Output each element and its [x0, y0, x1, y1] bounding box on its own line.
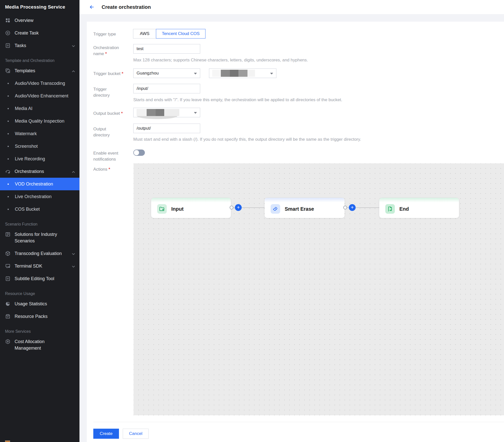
grid-icon: [5, 18, 11, 23]
sidebar-item-transcoding-evaluation[interactable]: Transcoding Evaluation: [0, 247, 79, 260]
output-directory-label: Output directory: [93, 126, 123, 138]
add-action-button[interactable]: [349, 204, 356, 211]
node-label: End: [399, 206, 409, 212]
chevron-up-icon: [71, 68, 75, 72]
eraser-icon: [271, 204, 280, 214]
sidebar-item-label: Templates: [15, 67, 69, 74]
sidebar-item-label: Cost Allocation Management: [15, 338, 69, 351]
pie-icon: [5, 301, 11, 307]
solutions-icon: [5, 232, 11, 237]
sidebar-item-label: COS Bucket: [15, 206, 69, 212]
sidebar-item-label: Media Quality Inspection: [15, 118, 69, 124]
sidebar-item-label: Create Task: [15, 30, 69, 36]
node-input[interactable]: Input: [151, 198, 231, 218]
folder-plus-icon: [157, 204, 167, 214]
chevron-down-icon: [71, 251, 75, 255]
node-header-strip: [151, 198, 231, 202]
output-port[interactable]: [343, 206, 347, 209]
sidebar-item-label: Transcoding Evaluation: [15, 250, 69, 257]
sidebar-item-terminal-sdk[interactable]: Terminal SDK: [0, 260, 79, 272]
orchestration-icon: [5, 169, 11, 174]
subtitle-icon: [5, 276, 11, 281]
trigger-bucket-name-select[interactable]: [209, 68, 276, 78]
bottom-cutoff-icon: [5, 440, 10, 442]
create-button[interactable]: Create: [93, 429, 119, 439]
sidebar-item-solutions-for-industry-scenarios[interactable]: Solutions for Industry Scenarios: [0, 228, 79, 247]
trigger-directory-label: Trigger directory: [93, 86, 123, 98]
sidebar-section-scenario-function: Scenario Function: [0, 215, 79, 228]
cancel-button[interactable]: Cancel: [123, 429, 149, 439]
sidebar-item-resource-packs[interactable]: Resource Packs: [0, 310, 79, 323]
tab-tencent-cloud-cos[interactable]: Tencent Cloud COS: [156, 29, 205, 39]
output-port[interactable]: [230, 206, 233, 209]
bullet-dot: [8, 209, 9, 210]
sidebar-item-label: Usage Statistics: [15, 301, 69, 307]
output-directory-helper: Must start and end with a slash (/). If …: [133, 137, 361, 142]
enable-event-notifications-label: Enable event notifications: [93, 150, 121, 162]
plus-circle-icon: [5, 30, 11, 36]
sidebar-item-overview[interactable]: Overview: [0, 14, 79, 27]
add-action-button[interactable]: [235, 204, 242, 211]
sidebar-item-label: Resource Packs: [15, 313, 69, 320]
trigger-type-label: Trigger type: [93, 31, 123, 37]
sidebar-item-cos-bucket[interactable]: COS Bucket: [0, 203, 79, 215]
output-directory-input[interactable]: [133, 124, 200, 133]
sidebar-item-cost-allocation-management[interactable]: Cost Allocation Management: [0, 335, 79, 354]
sidebar-item-live-recording[interactable]: Live Recording: [0, 153, 79, 165]
sidebar-item-usage-statistics[interactable]: Usage Statistics: [0, 298, 79, 310]
chevron-down-icon: [270, 73, 273, 75]
chevron-up-icon: [71, 169, 75, 173]
chevron-down-icon: [194, 73, 197, 75]
section-label: More Services: [5, 329, 31, 334]
sidebar-item-screenshot[interactable]: Screenshot: [0, 140, 79, 153]
sidebar-item-vod-orchestration[interactable]: VOD Orchestration: [0, 178, 79, 190]
sidebar-item-live-orchestration[interactable]: Live Orchestration: [0, 190, 79, 203]
output-bucket-select[interactable]: [133, 108, 200, 117]
redacted-bucket-name: [137, 109, 179, 116]
back-button[interactable]: [89, 4, 95, 10]
node-end[interactable]: End: [379, 198, 459, 218]
node-header-strip: [379, 198, 459, 202]
sidebar-item-create-task[interactable]: Create Task: [0, 27, 79, 39]
section-label: Template and Orchestration: [5, 58, 55, 63]
bullet-dot: [8, 95, 9, 97]
sidebar-item-label: Solutions for Industry Scenarios: [15, 231, 69, 244]
orchestration-name-input[interactable]: [133, 44, 200, 54]
node-smart-erase[interactable]: Smart Erase: [265, 198, 345, 218]
sidebar-item-subtitle-editing-tool[interactable]: Subtitle Editing Tool: [0, 272, 79, 285]
sidebar-item-orchestrations[interactable]: Orchestrations: [0, 165, 79, 178]
bullet-dot: [8, 121, 9, 122]
sidebar-item-templates[interactable]: Templates: [0, 64, 79, 77]
sidebar-item-label: Watermark: [15, 130, 69, 137]
orchestration-name-label: Orchestration name: [93, 45, 121, 57]
sidebar-item-audio-video-transcoding[interactable]: Audio/Video Transcoding: [0, 77, 79, 90]
page-header: Create orchestration: [79, 0, 504, 14]
app-title: Media Processing Service: [0, 0, 79, 14]
sidebar-item-label: Live Orchestration: [15, 193, 69, 200]
actions-label: Actions: [93, 166, 123, 172]
section-label: Scenario Function: [5, 222, 37, 226]
sidebar: Media Processing Service OverviewCreate …: [0, 0, 79, 442]
sidebar-item-media-quality-inspection[interactable]: Media Quality Inspection: [0, 115, 79, 127]
sidebar-item-label: Audio/Video Enhancement: [15, 93, 69, 99]
trigger-bucket-region-select[interactable]: Guangzhou: [133, 68, 200, 78]
package-icon: [5, 314, 11, 319]
footer-divider: [93, 422, 504, 422]
bullet-dot: [8, 146, 9, 147]
sidebar-item-tasks[interactable]: Tasks: [0, 39, 79, 52]
trigger-directory-input[interactable]: [133, 84, 200, 93]
redacted-bucket-name: [212, 70, 255, 77]
sidebar-section-more-services: More Services: [0, 323, 79, 335]
templates-icon: [5, 68, 11, 73]
sidebar-item-watermark[interactable]: Watermark: [0, 127, 79, 140]
trigger-directory-helper: Starts and ends with "/". If you leave t…: [133, 97, 342, 102]
hexagon-icon: [5, 339, 11, 344]
sidebar-item-label: Subtitle Editing Tool: [15, 275, 69, 282]
sidebar-item-audio-video-enhancement[interactable]: Audio/Video Enhancement: [0, 90, 79, 102]
orchestration-canvas[interactable]: Input Smart Erase: [134, 163, 504, 415]
tab-aws[interactable]: AWS: [133, 29, 156, 39]
trigger-type-tabs: AWS Tencent Cloud COS: [133, 29, 205, 39]
event-notifications-toggle[interactable]: [133, 150, 145, 156]
bullet-dot: [8, 108, 9, 109]
sidebar-item-media-ai[interactable]: Media AI: [0, 102, 79, 115]
